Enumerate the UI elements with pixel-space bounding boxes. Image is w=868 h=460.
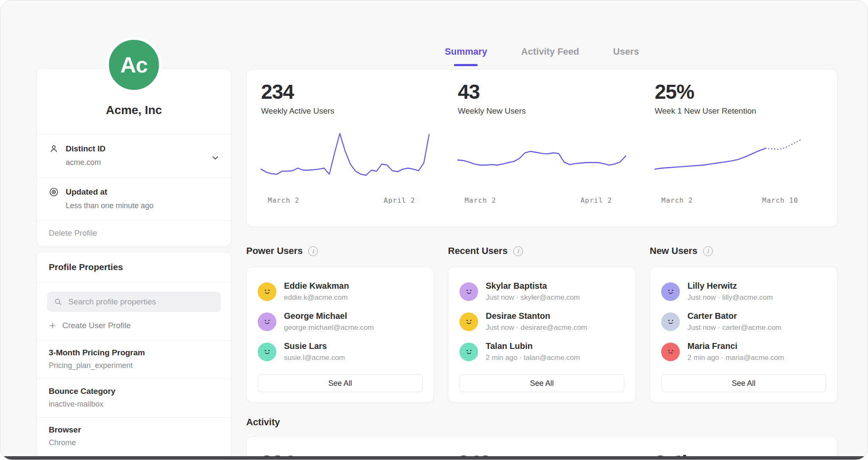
info-icon[interactable]: i xyxy=(513,246,523,256)
user-email: Just now · desirare@acme.com xyxy=(486,323,587,332)
user-avatar xyxy=(258,312,276,331)
line-chart xyxy=(261,125,429,193)
x-axis: March 2 April 2 xyxy=(261,196,429,206)
updated-at-value: Less than one minute ago xyxy=(66,201,219,210)
user-email: Just now · carter@acme.com xyxy=(687,323,781,332)
user-row[interactable]: Carter Bator Just now · carter@acme.com xyxy=(661,307,826,337)
user-avatar xyxy=(459,343,478,361)
stat-value: 234 xyxy=(261,81,429,103)
new-users-section: New Users i Lilly Herwitz Just now · lil… xyxy=(650,245,837,403)
section-title: Power Users xyxy=(246,245,303,256)
summary-stats-card: 234 Weekly Active Users March 2 April 2 … xyxy=(246,69,837,227)
user-row[interactable]: Maria Franci 2 min ago · maria@acme.com xyxy=(661,337,826,367)
user-name: Talan Lubin xyxy=(486,341,580,351)
user-email: Just now · skyler@acme.com xyxy=(486,293,580,302)
stat-label: Weekly New Users xyxy=(458,106,626,116)
face-icon xyxy=(463,346,475,357)
company-avatar: Ac xyxy=(106,37,162,93)
person-icon xyxy=(49,144,59,154)
user-sections: Power Users i Eddie Kwakman eddie.k@acme… xyxy=(246,245,837,403)
chevron-down-icon[interactable] xyxy=(211,153,220,162)
stat-value: 43 xyxy=(458,81,626,103)
recent-users-section: Recent Users i Skylar Baptista Just now … xyxy=(448,245,636,403)
company-name: Acme, Inc xyxy=(37,103,231,117)
delete-profile-button[interactable]: Delete Profile xyxy=(37,220,231,246)
user-row[interactable]: Skylar Baptista Just now · skyler@acme.c… xyxy=(459,276,624,307)
property-name: 3-Month Pricing Program xyxy=(49,348,219,357)
create-user-profile-button[interactable]: Create User Profile xyxy=(37,312,231,340)
see-all-button[interactable]: See All xyxy=(258,374,423,392)
eye-icon xyxy=(49,187,59,197)
user-name: Carter Bator xyxy=(687,311,781,321)
see-all-button[interactable]: See All xyxy=(661,374,826,392)
tab-summary[interactable]: Summary xyxy=(445,45,487,58)
recent-users-card: Skylar Baptista Just now · skyler@acme.c… xyxy=(448,267,636,403)
x-tick: April 2 xyxy=(384,196,415,204)
property-value: Chrome xyxy=(49,438,219,447)
property-value: inactive-mailbox xyxy=(49,400,219,409)
property-item[interactable]: 3-Month Pricing Program Pricing_plan_exp… xyxy=(37,340,231,379)
face-icon xyxy=(665,316,676,327)
user-row[interactable]: Talan Lubin 2 min ago · talan@acme.com xyxy=(459,337,624,367)
search-input[interactable] xyxy=(67,297,214,307)
new-users-card: Lilly Herwitz Just now · lilly@acme.com … xyxy=(650,267,837,403)
profile-properties-title: Profile Properties xyxy=(37,252,231,282)
distinct-id-label: Distinct ID xyxy=(66,144,106,153)
user-avatar xyxy=(661,282,680,301)
face-icon xyxy=(262,316,273,327)
face-icon xyxy=(463,316,475,327)
user-name: Lilly Herwitz xyxy=(687,281,773,291)
user-row[interactable]: Susie Lars susie.l@acme.com xyxy=(258,337,423,367)
line-chart xyxy=(458,125,626,193)
tab-activity-feed[interactable]: Activity Feed xyxy=(521,45,579,58)
face-icon xyxy=(665,346,676,357)
user-name: Skylar Baptista xyxy=(486,281,580,291)
property-value: Pricing_plan_experiment xyxy=(49,361,219,370)
user-row[interactable]: Eddie Kwakman eddie.k@acme.com xyxy=(258,276,423,307)
x-tick: April 2 xyxy=(581,196,612,204)
user-avatar xyxy=(258,282,276,301)
property-item[interactable]: Browser Chrome xyxy=(37,417,231,456)
sparkline-weekly-new-users: March 2 April 2 xyxy=(458,125,626,206)
power-users-section: Power Users i Eddie Kwakman eddie.k@acme… xyxy=(246,245,434,403)
tab-users[interactable]: Users xyxy=(613,45,639,58)
stat-label: Weekly Active Users xyxy=(261,106,429,116)
user-email: eddie.k@acme.com xyxy=(284,293,349,302)
stat-weekly-new-users: 43 Weekly New Users March 2 April 2 xyxy=(443,81,640,215)
face-icon xyxy=(262,346,273,357)
property-name: Bounce Category xyxy=(49,387,219,396)
face-icon xyxy=(262,286,273,297)
window-bottom-edge xyxy=(0,456,868,460)
updated-at-row: Updated at Less than one minute ago xyxy=(37,177,231,220)
property-name: Browser xyxy=(49,425,219,435)
profile-properties-search[interactable] xyxy=(47,292,221,312)
stat-value: 25% xyxy=(655,81,823,103)
x-tick: March 2 xyxy=(465,196,496,204)
x-axis: March 2 March 10 xyxy=(655,196,823,206)
user-name: Maria Franci xyxy=(687,341,784,351)
x-tick: March 2 xyxy=(662,196,693,204)
stat-weekly-active-users: 234 Weekly Active Users March 2 April 2 xyxy=(247,81,443,215)
distinct-id-row: Distinct ID acme.com xyxy=(37,134,231,177)
power-users-card: Eddie Kwakman eddie.k@acme.com George Mi… xyxy=(246,267,434,403)
user-email: 2 min ago · talan@acme.com xyxy=(486,354,580,362)
search-icon xyxy=(54,298,62,306)
user-row[interactable]: George Michael george.michael@acme.com xyxy=(258,307,423,337)
line-chart xyxy=(655,125,823,193)
property-item[interactable]: Bounce Category inactive-mailbox xyxy=(37,379,231,417)
info-icon[interactable]: i xyxy=(703,246,713,256)
user-avatar xyxy=(661,343,680,361)
profile-sidebar: Ac Acme, Inc Distinct ID acme.com xyxy=(36,0,231,460)
user-name: Susie Lars xyxy=(284,341,345,351)
profile-card: Acme, Inc Distinct ID acme.com xyxy=(36,68,231,247)
sparkline-weekly-active-users: March 2 April 2 xyxy=(261,125,429,206)
updated-at-label: Updated at xyxy=(66,187,107,197)
info-icon[interactable]: i xyxy=(308,246,318,256)
x-axis: March 2 April 2 xyxy=(458,196,626,206)
user-row[interactable]: Lilly Herwitz Just now · lilly@acme.com xyxy=(661,276,826,307)
section-title: Recent Users xyxy=(448,245,508,256)
stat-week1-retention: 25% Week 1 New User Retention March 2 Ma… xyxy=(640,81,837,215)
see-all-button[interactable]: See All xyxy=(459,374,624,392)
create-user-profile-label: Create User Profile xyxy=(62,321,131,330)
user-row[interactable]: Desirae Stanton Just now · desirare@acme… xyxy=(459,307,624,337)
